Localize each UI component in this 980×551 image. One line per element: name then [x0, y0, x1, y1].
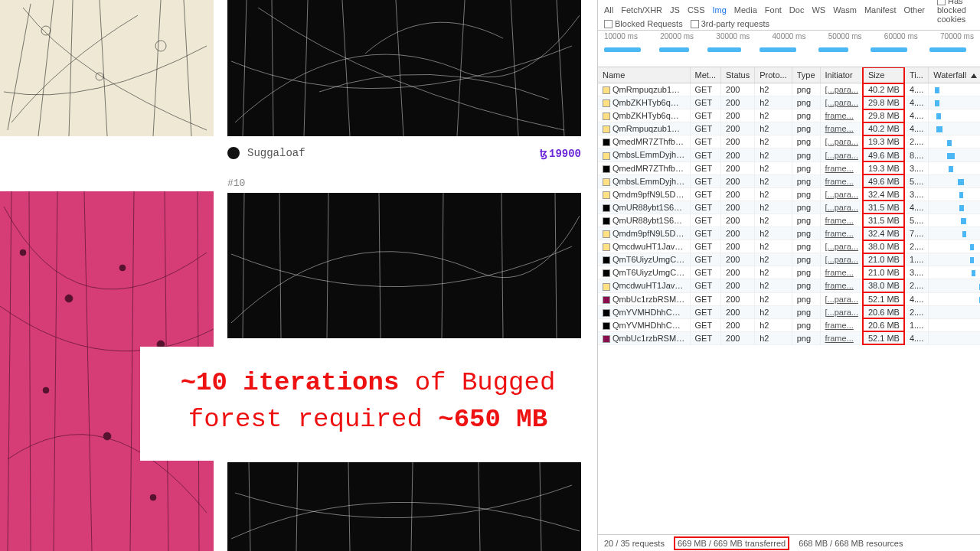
- artist-name[interactable]: Suggaloaf: [247, 147, 305, 159]
- filter-tab-all[interactable]: All: [604, 5, 613, 15]
- column-header-status[interactable]: Status: [721, 67, 755, 83]
- column-header-initiator[interactable]: Initiator: [820, 67, 863, 83]
- table-row[interactable]: QmUR88ybt1S6TJcqi...GET200h2pngframe...3…: [598, 214, 980, 227]
- artwork-thumb-2[interactable]: [227, 0, 581, 136]
- initiator-link[interactable]: [...para...: [825, 255, 858, 264]
- column-header-met[interactable]: Met...: [690, 67, 721, 83]
- column-header-size[interactable]: Size: [863, 67, 904, 83]
- has-blocked-cookies-checkbox[interactable]: Has blocked cookies: [937, 0, 974, 24]
- status-resources: 668 MB / 668 MB resources: [799, 539, 903, 548]
- column-header-ti[interactable]: Ti...: [904, 67, 928, 83]
- initiator-link[interactable]: frame...: [825, 321, 854, 330]
- table-row[interactable]: Qmdm9pfN9L5Dgnh...GET200h2png[...para...…: [598, 187, 980, 201]
- table-row[interactable]: Qmdm9pfN9L5Dgnh...GET200h2pngframe...32.…: [598, 227, 980, 240]
- cell: png: [792, 331, 820, 344]
- initiator-link[interactable]: [...para...: [825, 137, 858, 146]
- column-header-type[interactable]: Type: [792, 67, 820, 83]
- cell: [...para...: [820, 83, 863, 96]
- table-row[interactable]: QmedMR7ZThfbgt5n...GET200h2png[...para..…: [598, 135, 980, 148]
- cell: 4....: [904, 201, 928, 214]
- initiator-link[interactable]: [...para...: [825, 295, 858, 304]
- cell: h2: [755, 227, 792, 240]
- initiator-link[interactable]: [...para...: [825, 203, 858, 212]
- filter-tab-media[interactable]: Media: [734, 5, 757, 15]
- cell: [929, 331, 980, 344]
- table-row[interactable]: QmRmpuqzub1Uwi9...GET200h2png[...para...…: [598, 83, 980, 96]
- initiator-link[interactable]: [...para...: [825, 98, 858, 107]
- initiator-link[interactable]: [...para...: [825, 151, 858, 160]
- filter-tab-css[interactable]: CSS: [688, 5, 705, 15]
- cell: [929, 187, 980, 201]
- cell: 200: [721, 135, 755, 148]
- cell: h2: [755, 318, 792, 331]
- cell: [...para...: [820, 292, 863, 305]
- table-row[interactable]: QmYVMHDhhC3s7RS...GET200h2png[...para...…: [598, 305, 980, 318]
- cell: [929, 305, 980, 318]
- checkbox-icon: [937, 0, 946, 5]
- cell: frame...: [820, 161, 863, 174]
- cell: h2: [755, 292, 792, 305]
- cell: frame...: [820, 266, 863, 279]
- table-row[interactable]: QmbZKHTyb6qwQsx...GET200h2pngframe...29.…: [598, 109, 980, 122]
- table-row[interactable]: QmbsLEmmDyjhL1Rg...GET200h2png[...para..…: [598, 148, 980, 161]
- filter-tab-manifest[interactable]: Manifest: [864, 5, 897, 15]
- timeline-overview[interactable]: 10000 ms20000 ms30000 ms40000 ms50000 ms…: [598, 31, 980, 67]
- table-row[interactable]: QmYVMHDhhC3s7RS...GET200h2pngframe...20.…: [598, 318, 980, 331]
- table-row[interactable]: QmbUc1rzbRSMLm...GET200h2png[...para...5…: [598, 292, 980, 305]
- table-row[interactable]: QmT6UiyzUmgCQhg...GET200h2pngframe...21.…: [598, 266, 980, 279]
- overlay-text-1: of Bugged: [399, 368, 555, 397]
- cell: GET: [690, 214, 721, 227]
- waterfall-bar: [962, 231, 966, 237]
- filter-tab-other[interactable]: Other: [903, 5, 925, 15]
- initiator-link[interactable]: frame...: [825, 268, 854, 277]
- cell: GET: [690, 266, 721, 279]
- initiator-link[interactable]: frame...: [825, 177, 854, 186]
- initiator-link[interactable]: frame...: [825, 111, 854, 120]
- table-row[interactable]: QmUR88ybt1S6TJcqi...GET200h2png[...para.…: [598, 201, 980, 214]
- table-row[interactable]: QmbUc1rzbRSMLm...GET200h2pngframe...52.1…: [598, 331, 980, 344]
- table-row[interactable]: QmT6UiyzUmgCQhg...GET200h2png[...para...…: [598, 253, 980, 266]
- artwork-thumb-1[interactable]: [0, 0, 214, 136]
- table-row[interactable]: QmbsLEmmDyjhL1Rg...GET200h2pngframe...49…: [598, 174, 980, 187]
- cell: QmRmpuqzub1Uwi9...: [598, 122, 690, 135]
- cell: 38.0 MB: [863, 279, 904, 292]
- cell: 31.5 MB: [863, 201, 904, 214]
- column-header-proto[interactable]: Proto...: [755, 67, 792, 83]
- initiator-link[interactable]: frame...: [825, 124, 854, 133]
- initiator-link[interactable]: [...para...: [825, 308, 858, 317]
- initiator-link[interactable]: frame...: [825, 164, 854, 173]
- third-party-checkbox[interactable]: 3rd-party requests: [691, 19, 769, 29]
- filter-tab-doc[interactable]: Doc: [789, 5, 805, 15]
- table-row[interactable]: QmbZKHTyb6qwQsx...GET200h2png[...para...…: [598, 96, 980, 109]
- filter-tab-js[interactable]: JS: [670, 5, 680, 15]
- blocked-requests-checkbox[interactable]: Blocked Requests: [604, 19, 683, 29]
- initiator-link[interactable]: frame...: [825, 281, 854, 290]
- table-row[interactable]: QmedMR7ZThfbgt5n...GET200h2pngframe...19…: [598, 161, 980, 174]
- artwork-thumb-5[interactable]: [227, 462, 581, 551]
- cell: h2: [755, 279, 792, 292]
- cell: png: [792, 174, 820, 187]
- avatar[interactable]: [227, 147, 240, 159]
- cell: Qmdm9pfN9L5Dgnh...: [598, 227, 690, 240]
- filter-tab-fetch/xhr[interactable]: Fetch/XHR: [621, 5, 662, 15]
- initiator-link[interactable]: [...para...: [825, 190, 858, 199]
- initiator-link[interactable]: [...para...: [825, 85, 858, 94]
- column-header-name[interactable]: Name: [598, 67, 690, 83]
- column-header-waterfall[interactable]: Waterfall: [929, 67, 980, 83]
- table-row[interactable]: QmcdwuHT1Jav96Pd...GET200h2pngframe...38…: [598, 279, 980, 292]
- cell: GET: [690, 122, 721, 135]
- cell: h2: [755, 266, 792, 279]
- filter-tab-wasm[interactable]: Wasm: [833, 5, 857, 15]
- initiator-link[interactable]: [...para...: [825, 242, 858, 251]
- filter-tab-ws[interactable]: WS: [812, 5, 825, 15]
- initiator-link[interactable]: frame...: [825, 334, 854, 343]
- filter-tab-font[interactable]: Font: [765, 5, 782, 15]
- initiator-link[interactable]: frame...: [825, 216, 854, 225]
- cell: QmUR88ybt1S6TJcqi...: [598, 214, 690, 227]
- table-row[interactable]: QmRmpuqzub1Uwi9...GET200h2pngframe...40.…: [598, 122, 980, 135]
- initiator-link[interactable]: frame...: [825, 229, 854, 238]
- table-row[interactable]: QmcdwuHT1Jav96Pd...GET200h2png[...para..…: [598, 240, 980, 253]
- cell: h2: [755, 305, 792, 318]
- artwork-thumb-4[interactable]: [227, 193, 581, 338]
- filter-tab-img[interactable]: Img: [713, 5, 727, 15]
